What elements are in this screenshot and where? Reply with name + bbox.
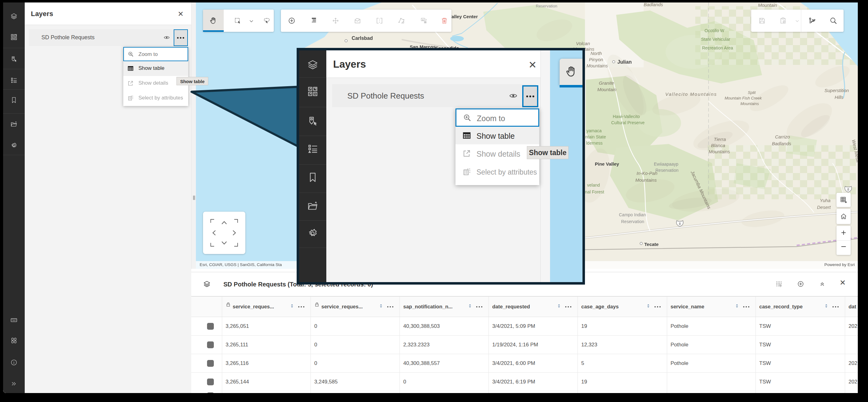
svg-text:Mountain Fish Creek: Mountain Fish Creek [724,96,762,100]
svg-text:State Vehicular: State Vehicular [701,37,731,42]
svg-text:Volcan: Volcan [576,41,590,46]
svg-text:veland: veland [587,183,600,188]
svg-text:8: 8 [679,222,681,225]
svg-text:Yuha: Yuha [820,198,830,203]
svg-text:Split: Split [748,90,756,95]
svg-text:Mountain: Mountain [758,2,777,8]
svg-text:Carlsbad: Carlsbad [352,35,373,41]
svg-text:Vallecito Mountains: Vallecito Mountains [665,91,717,97]
svg-text:Badlands: Badlands [772,141,792,146]
svg-text:Desert: Desert [817,205,831,210]
svg-text:Badlands: Badlands [644,2,663,7]
svg-text:Tierra: Tierra [714,136,726,142]
svg-text:Campo Indian: Campo Indian [619,212,646,217]
svg-text:ntain State: ntain State [585,134,606,140]
svg-text:nal Forest: nal Forest [585,189,604,194]
svg-text:Reservation: Reservation [536,4,557,8]
svg-text:Reservation: Reservation [621,219,644,224]
svg-text:Mountains: Mountains [740,101,759,106]
svg-text:Superstition: Superstition [825,88,849,93]
svg-text:Granite: Granite [599,80,614,86]
svg-text:Hills: Hills [835,95,844,100]
svg-text:lderness: lderness [586,141,602,146]
svg-text:Blanca: Blanca [711,143,725,148]
svg-text:Tecate: Tecate [644,242,658,247]
svg-text:Carrizo: Carrizo [775,134,790,140]
svg-text:Pine Valley: Pine Valley [595,161,619,166]
svg-text:Mountains: Mountains [709,149,730,154]
svg-text:North: North [590,51,602,56]
svg-text:Cultural Preserve: Cultural Preserve [611,120,645,125]
svg-text:8: 8 [847,188,849,191]
svg-text:Pinyon: Pinyon [589,57,603,62]
svg-text:Ocotillo W: Ocotillo W [705,28,724,33]
svg-text:Hawi-Vallecito: Hawi-Vallecito [613,114,640,119]
svg-text:Recreation Area: Recreation Area [702,45,733,50]
svg-text:Reservation: Reservation [655,168,679,173]
svg-text:Mountains: Mountains [635,177,657,183]
svg-text:Mountains: Mountains [587,63,608,68]
svg-text:Julian: Julian [617,59,631,65]
svg-text:yamaca: yamaca [587,128,602,133]
svg-text:Ewiiaapaayp: Ewiiaapaayp [654,162,679,166]
svg-text:Mountain: Mountain [597,87,617,92]
svg-text:In-Ko-Pah: In-Ko-Pah [637,171,657,176]
svg-text:Valley Center: Valley Center [449,14,478,19]
